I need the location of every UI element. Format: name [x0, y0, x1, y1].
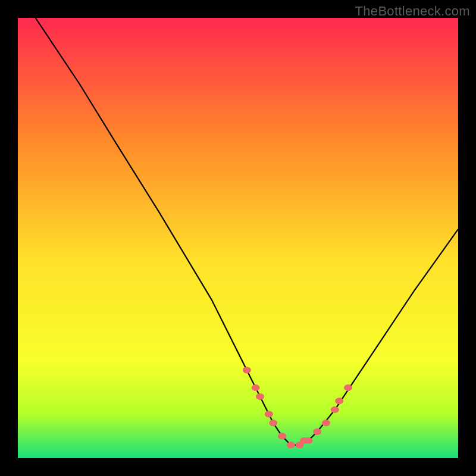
- highlight-dot: [252, 384, 260, 391]
- highlight-dot: [243, 367, 251, 374]
- chart-svg: [18, 18, 458, 458]
- chart-background-gradient: [18, 18, 458, 458]
- highlight-dot: [322, 419, 330, 426]
- highlight-dot: [335, 397, 343, 404]
- highlight-dot: [304, 437, 312, 444]
- highlight-dot: [256, 393, 264, 400]
- chart-stage: TheBottleneck.com: [0, 0, 476, 476]
- highlight-dot: [269, 419, 277, 426]
- highlight-dot: [331, 406, 339, 413]
- watermark-text: TheBottleneck.com: [355, 4, 470, 19]
- highlight-dot: [313, 428, 321, 435]
- highlight-dot: [265, 411, 273, 418]
- highlight-dot: [278, 433, 286, 440]
- highlight-dot: [344, 384, 352, 391]
- highlight-dot: [287, 441, 295, 448]
